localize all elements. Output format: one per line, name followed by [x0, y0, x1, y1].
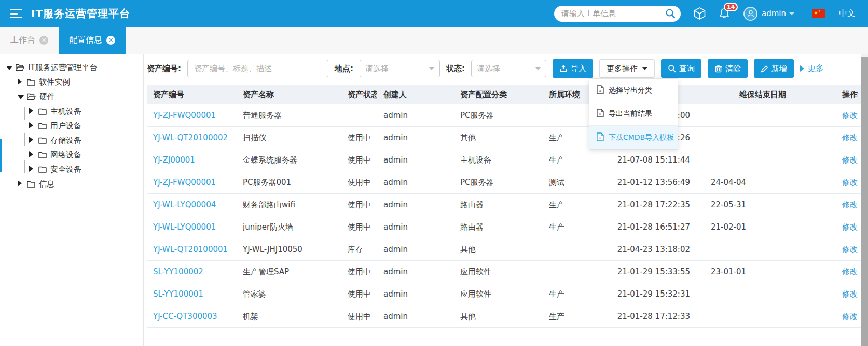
cell-category: 其他 [454, 245, 543, 255]
chevron-right-icon[interactable] [29, 150, 34, 159]
import-button[interactable]: 导入 [553, 59, 593, 78]
cell-mdate: 23-01-01 [690, 267, 839, 276]
trash-icon [714, 64, 722, 73]
cell-status: 使用中 [342, 200, 377, 210]
folder-icon [27, 79, 35, 86]
cell-category: 主机设备 [454, 155, 543, 165]
ticket-search-input[interactable] [561, 9, 665, 18]
bell-icon[interactable]: 14 [719, 7, 730, 20]
menu-item-1[interactable]: x导出当前结果 [589, 102, 678, 126]
column-header-1: 资产名称 [237, 90, 342, 100]
close-icon[interactable]: ✕ [106, 36, 115, 45]
tree-node-1[interactable]: 软件实例 [0, 75, 143, 89]
chevron-right-icon[interactable] [29, 165, 34, 174]
more-link[interactable]: 更多 [800, 63, 824, 74]
tree-node-6[interactable]: 网络设备 [0, 148, 143, 162]
topbar-right: 14 admin ★★ 中文 [554, 6, 868, 22]
tree-node-8[interactable]: 信息 [0, 177, 143, 191]
action-link[interactable]: 修改 [842, 133, 858, 142]
asset-no-input[interactable] [187, 60, 328, 77]
folder-open-icon [16, 64, 24, 71]
cell-creator: admin [377, 267, 454, 276]
action-link[interactable]: 修改 [842, 267, 858, 276]
cell-name: 普通服务器 [237, 111, 342, 121]
cell-name: 金蝶系统服务器 [237, 155, 342, 165]
chevron-right-icon[interactable] [18, 179, 23, 189]
cell-mdate: 22-05-31 [690, 200, 839, 209]
search-icon[interactable] [665, 8, 676, 19]
tree-node-7[interactable]: 安全设备 [0, 162, 143, 177]
action-link[interactable]: 修改 [842, 111, 858, 120]
tree-node-4[interactable]: 用户设备 [0, 118, 143, 133]
more-operations-menu: x选择导出分类x导出当前结果x下载CMDB导入模板 [589, 78, 678, 150]
tree-scrollbar[interactable] [0, 139, 2, 172]
chevron-right-icon[interactable] [29, 136, 34, 145]
user-menu[interactable]: admin [762, 9, 786, 18]
cell-env: 生产 [543, 200, 612, 210]
more-operations-button[interactable]: 更多操作 [599, 59, 655, 78]
tab-workbench[interactable]: 工作台 ✕ [0, 27, 59, 54]
vertical-scrollbar-thumb[interactable] [861, 57, 868, 346]
status-select[interactable]: 请选择 [471, 60, 546, 77]
tree-node-3[interactable]: 主机设备 [0, 104, 143, 118]
tree-node-5[interactable]: 存储设备 [0, 133, 143, 148]
chevron-down-icon[interactable] [18, 92, 23, 101]
folder-open-icon [27, 93, 36, 100]
avatar-icon[interactable] [743, 7, 757, 21]
clear-button[interactable]: 清除 [708, 59, 748, 78]
excel-file-icon: x [597, 109, 604, 119]
status-select-value: 请选择 [477, 64, 500, 74]
asset-id-link[interactable]: SL-YY100002 [147, 267, 237, 276]
asset-id-link[interactable]: YJ-ZJ00001 [147, 155, 237, 165]
add-button[interactable]: 新增 [754, 59, 794, 78]
tree-node-2[interactable]: 硬件 [0, 89, 143, 104]
action-link[interactable]: 修改 [842, 155, 858, 165]
action-link[interactable]: 修改 [842, 178, 858, 187]
asset-id-link[interactable]: YJ-ZJ-FWQ00001 [147, 111, 237, 120]
tree-node-label: 硬件 [39, 92, 55, 102]
chevron-down-icon [642, 67, 647, 70]
tab-config-info[interactable]: 配置信息 ✕ [59, 27, 126, 54]
asset-id-link[interactable]: YJ-WL-LYQ00001 [147, 222, 237, 232]
cell-creator: admin [377, 155, 454, 165]
chevron-right-icon[interactable] [29, 107, 34, 116]
query-button[interactable]: 查询 [661, 59, 701, 78]
language-switcher[interactable]: 中文 [839, 8, 856, 19]
row-actions: 修改报废 [839, 178, 864, 188]
asset-id-link[interactable]: YJ-WL-QT20100001 [147, 245, 237, 254]
cell-mdate: 21-02-01 [690, 222, 839, 232]
asset-id-link[interactable]: YJ-WL-LYQ00004 [147, 200, 237, 209]
action-link[interactable]: 修改 [842, 222, 858, 232]
chevron-down-icon[interactable] [6, 63, 11, 72]
flag-icon[interactable]: ★★ [812, 9, 825, 18]
menu-item-0[interactable]: x选择导出分类 [589, 79, 678, 102]
action-link[interactable]: 修改 [842, 289, 858, 299]
location-select[interactable]: 请选择 [360, 60, 440, 77]
action-link[interactable]: 修改 [842, 312, 858, 321]
action-link[interactable]: 修改 [842, 245, 858, 254]
column-header-3: 创建人 [377, 90, 454, 100]
cube-icon[interactable] [693, 7, 706, 20]
vertical-scrollbar-track[interactable] [861, 54, 868, 346]
tree-node-0[interactable]: IT服务运营管理平台 [0, 60, 143, 75]
tree-node-label: 主机设备 [50, 107, 81, 116]
chevron-right-icon[interactable] [29, 121, 34, 130]
table-row: YJ-WL-QT20100002扫描仪使用中admin其他生产:26修改报废 [147, 127, 864, 149]
cell-env: 生产 [543, 289, 612, 299]
asset-id-link[interactable]: SL-YY100001 [147, 289, 237, 299]
folder-icon [38, 108, 47, 115]
close-icon[interactable]: ✕ [39, 36, 48, 45]
menu-toggle-icon[interactable] [10, 9, 23, 18]
chevron-down-icon[interactable] [789, 12, 794, 15]
asset-id-link[interactable]: YJ-WL-QT20100002 [147, 133, 237, 142]
chevron-right-icon[interactable] [18, 77, 23, 87]
menu-item-2[interactable]: x下载CMDB导入模板 [589, 126, 678, 149]
folder-icon [38, 123, 47, 129]
asset-id-link[interactable]: YJ-ZJ-FWQ00001 [147, 178, 237, 187]
asset-id-link[interactable]: YJ-CC-QT300003 [147, 312, 237, 321]
cell-category: 路由器 [454, 222, 543, 232]
location-label: 地点: [335, 64, 353, 74]
action-link[interactable]: 修改 [842, 200, 858, 209]
filter-bar: 资产编号: 地点: 请选择 状态: 请选择 导入 更多操作 [147, 59, 868, 78]
tab-label: 配置信息 [69, 35, 102, 46]
